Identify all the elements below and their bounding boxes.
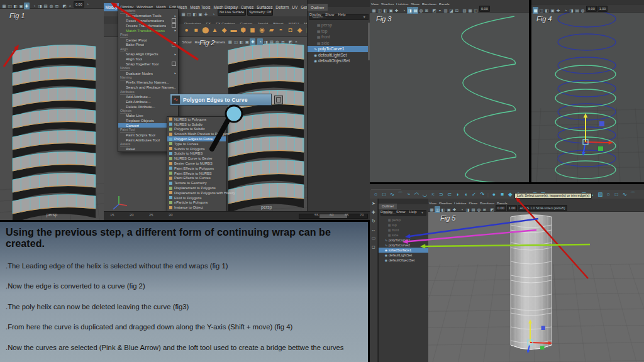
convert-item-subdiv-to-nurbs[interactable]: Subdiv to NURBS	[167, 151, 226, 156]
isolate-select-icon[interactable]: ◩	[489, 206, 495, 213]
convert-item-type-to-curves[interactable]: Type to Curves	[167, 141, 226, 146]
convert-item-texture-to-geometry[interactable]: Texture to Geometry	[167, 180, 226, 185]
shadows-icon[interactable]: ◩	[431, 7, 437, 14]
shading-icon[interactable]: ✚	[250, 38, 255, 45]
convert-item-polygons-to-subdiv[interactable]: Polygons to Subdiv	[167, 127, 226, 132]
wireframe-icon[interactable]: ◧	[440, 206, 446, 213]
select-tool-icon[interactable]: ➤	[372, 201, 375, 206]
depth-of-field-icon[interactable]: ⊡	[454, 7, 460, 14]
nurbs-square-icon[interactable]: □	[380, 190, 388, 199]
menu-item-align-tool[interactable]: Align Tool	[118, 57, 178, 62]
fig2-outliner-search[interactable]: Search...▼	[309, 14, 369, 20]
xray-icon[interactable]: ◍	[274, 38, 280, 45]
filter-icon[interactable]: ▼	[421, 211, 424, 215]
detach-curves-icon[interactable]: ⊂	[445, 190, 453, 199]
wireframe-icon[interactable]: ◫	[538, 7, 544, 14]
lasso-tool-icon[interactable]: ✚	[372, 210, 375, 215]
scale-tool-icon[interactable]: ◻	[372, 244, 375, 250]
arc-two-point-icon[interactable]: ◡	[421, 190, 429, 199]
screen-ao-icon[interactable]: ◔	[563, 7, 569, 14]
rotate-tool-icon[interactable]: ▭	[372, 236, 376, 241]
outliner-item-front[interactable]: ▦front	[379, 228, 428, 233]
convert-item-nurbs-to-subdiv[interactable]: NURBS to Subdiv	[167, 122, 226, 127]
camera-icon[interactable]: ▣	[18, 3, 24, 9]
menu-item-search-and-replace-names[interactable]: Search and Replace Names...	[118, 85, 178, 90]
rebuild-curve-icon[interactable]: ✓	[470, 190, 478, 199]
convert-item-paint-effects-to-polygons[interactable]: Paint Effects to Polygons	[167, 166, 226, 171]
pencil-curve-icon[interactable]: ~	[404, 190, 413, 199]
pan-zoom-icon[interactable]: ◫	[377, 7, 382, 14]
menubar-item-deform[interactable]: Deform	[274, 3, 291, 11]
outliner-item-defaultlightset[interactable]: ◉defaultLightSet	[308, 52, 370, 58]
grid-icon[interactable]: ◍	[476, 206, 482, 213]
curve-editing-icon[interactable]: ↷	[478, 190, 486, 199]
textured-icon[interactable]: ◔	[31, 3, 37, 9]
shadows-icon[interactable]: ◔	[459, 206, 465, 213]
outliner-item-defaultobjectset[interactable]: ◉defaultObjectSet	[308, 58, 370, 64]
grid-icon[interactable]: ▤	[43, 3, 48, 9]
menubar-item-uv[interactable]: UV	[291, 3, 299, 11]
textured-icon[interactable]: ◧	[544, 7, 550, 14]
camera-icon[interactable]: ◓	[293, 38, 299, 45]
outliner-item-side[interactable]: ▦side	[379, 233, 428, 238]
fig2-vpmenu-show[interactable]: Show	[180, 40, 193, 44]
fig5-outliner-search[interactable]: Search...▼	[380, 210, 426, 216]
field-chart-icon[interactable]: ▣	[244, 38, 250, 45]
multisample-icon[interactable]: ◪	[448, 7, 454, 14]
gate-mask-icon[interactable]: ◧	[238, 38, 244, 45]
menu-item-match-transformations[interactable]: Match Transformations▸	[118, 28, 178, 33]
image-plane-icon[interactable]: ▣	[388, 7, 394, 14]
outliner-item-top[interactable]: ▦top	[379, 222, 428, 228]
popup-option-box[interactable]	[274, 96, 283, 104]
menu-item-snap-align-objects[interactable]: Snap Align Objects▸	[118, 52, 178, 57]
sphere-icon[interactable]: ●	[490, 190, 498, 199]
ep-curve-icon[interactable]: ⌒	[396, 190, 404, 199]
option-box-icon[interactable]	[172, 42, 176, 47]
convert-item-displacement-to-polygons[interactable]: Displacement to Polygons	[167, 185, 226, 190]
menu-item-edit-attribute[interactable]: Edit Attribute...	[118, 99, 178, 104]
menubar-item-modify[interactable]: Modify	[104, 3, 119, 11]
wireframe-on-shaded-icon[interactable]: ⊞	[280, 38, 286, 45]
menubar-item-curves[interactable]: Curves	[239, 3, 255, 11]
camera-icon[interactable]: ◨	[569, 7, 574, 14]
arc-three-point-icon[interactable]: ◠	[413, 190, 421, 199]
fig2-time-slider[interactable]: 1520253055606570	[104, 211, 370, 220]
screen-ao-icon[interactable]: ◓	[437, 7, 443, 14]
nurbs-circle-icon[interactable]: ○	[372, 190, 380, 199]
convert-item-bezier-curve-to-nurbs[interactable]: Bezier Curve to NURBS	[167, 161, 226, 166]
convert-item-nurbs-to-polygons[interactable]: NURBS to Polygons	[167, 117, 226, 122]
lighting-icon[interactable]: ◨	[263, 38, 269, 45]
cylinder-icon[interactable]: ◆	[506, 190, 514, 199]
text-curve-icon[interactable]: ≈	[429, 190, 437, 199]
fig1-exposure-field[interactable]: 0.00	[74, 1, 84, 8]
menu-item-snap-together-tool[interactable]: Snap Together Tool	[118, 61, 178, 66]
menu-item-evaluate-nodes[interactable]: Evaluate Nodes▸	[118, 70, 178, 75]
xray-icon[interactable]: ⊞	[482, 206, 487, 213]
option-box-icon[interactable]	[172, 62, 176, 66]
stitch-icon[interactable]: ⌒	[629, 190, 637, 199]
screen-ao-icon[interactable]: ◨	[465, 206, 470, 213]
motion-blur-icon[interactable]: ▤	[470, 206, 476, 213]
outliner-item-polytocurve1[interactable]: ∿polyToCurve1	[308, 46, 370, 52]
lighting-icon[interactable]: ▦	[1, 3, 7, 9]
bookmark-icon[interactable]: ◧	[382, 7, 388, 14]
isolate-select-icon[interactable]: ◓	[67, 3, 73, 9]
convert-item-polygon-edges-to-curve[interactable]: Polygon Edges to Curve	[167, 136, 226, 141]
grid-icon[interactable]: ▦	[467, 7, 473, 14]
fig3-exposure-field[interactable]: 0.00	[479, 6, 490, 12]
flat-shade-icon[interactable]: ▤	[413, 7, 418, 14]
menu-item-freeze-transformations[interactable]: Freeze Transformations	[118, 23, 178, 28]
film-gate-icon[interactable]: ◫	[473, 7, 479, 14]
shadows-icon[interactable]: ✚	[555, 7, 561, 14]
option-box-icon[interactable]	[172, 18, 176, 23]
convert-item-fluid-to-polygons[interactable]: Fluid to Polygons	[167, 195, 226, 200]
gate-mask-icon[interactable]: ◩	[62, 3, 67, 9]
resolution-gate-icon[interactable]: ◫	[233, 38, 238, 45]
screen-ao-icon[interactable]: ◧	[13, 3, 18, 9]
xray-icon[interactable]: ◍	[580, 7, 586, 14]
convert-item-nurbs-curve-to-bezier[interactable]: NURBS Curve to Bezier	[167, 156, 226, 161]
grid-icon[interactable]: ◩	[287, 38, 293, 45]
resolution-gate-icon[interactable]: ⊞	[54, 3, 60, 9]
convert-item-displacement-to-polygons-with-history[interactable]: Displacement to Polygons with History	[167, 190, 226, 195]
outliner-item-polytocurve2[interactable]: ∿polyToCurve2	[379, 243, 428, 248]
